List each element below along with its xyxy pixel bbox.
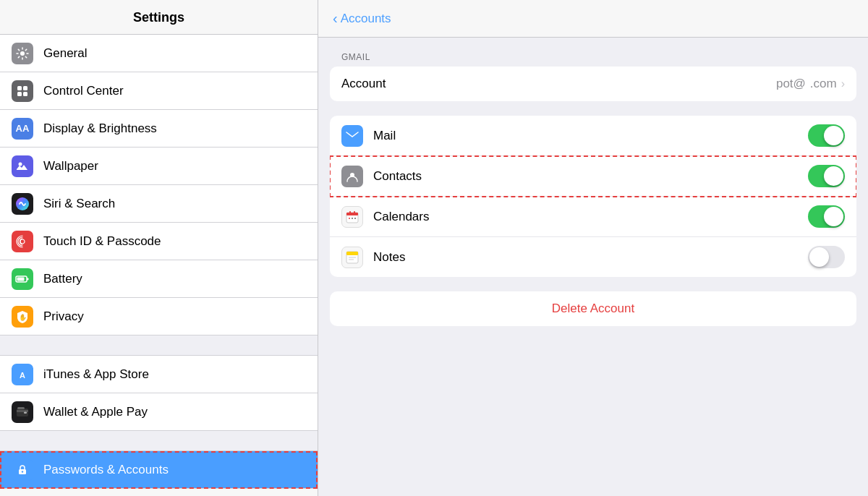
svg-rect-20 — [346, 131, 359, 141]
svg-point-28 — [354, 218, 356, 219]
sidebar-item-control-center[interactable]: Control Center — [0, 72, 318, 110]
back-button[interactable]: ‹ Accounts — [333, 10, 391, 27]
sidebar-item-privacy[interactable]: ✋ Privacy — [0, 298, 318, 335]
sidebar-item-general[interactable]: General — [0, 35, 318, 72]
calendars-row: Calendars — [330, 197, 856, 237]
notes-toggle[interactable] — [808, 246, 845, 268]
svg-rect-17 — [17, 407, 25, 409]
svg-rect-24 — [349, 211, 351, 214]
account-row-label: Account — [341, 77, 776, 91]
account-value-suffix: .com — [810, 77, 837, 91]
sidebar-item-control-label: Control Center — [43, 84, 124, 98]
passwords-icon — [12, 459, 33, 481]
svg-text:A: A — [20, 371, 25, 380]
sidebar-item-wallet-label: Wallet & Apple Pay — [43, 405, 148, 419]
mail-toggle[interactable] — [808, 124, 845, 147]
notes-row: Notes — [330, 237, 856, 277]
delete-account-button[interactable]: Delete Account — [330, 291, 856, 326]
svg-point-26 — [349, 218, 350, 219]
privacy-icon: ✋ — [12, 306, 33, 328]
svg-rect-10 — [17, 277, 25, 281]
sidebar-item-touchid-label: Touch ID & Passcode — [43, 234, 161, 249]
general-icon — [12, 43, 33, 64]
back-label: Accounts — [341, 12, 391, 26]
svg-text:✋: ✋ — [19, 313, 27, 322]
content-body: GMAIL Account pot@ .com › Mail — [318, 38, 868, 496]
contacts-toggle[interactable] — [808, 165, 845, 187]
sidebar-divider-2 — [0, 431, 318, 451]
sidebar-item-itunes[interactable]: A iTunes & App Store — [0, 356, 318, 393]
sidebar-item-siri[interactable]: Siri & Search — [0, 185, 318, 223]
content-header: ‹ Accounts — [318, 0, 868, 38]
siri-icon — [12, 193, 33, 215]
svg-point-0 — [20, 51, 25, 56]
touchid-icon — [12, 231, 33, 252]
sidebar-item-passwords-label: Passwords & Accounts — [43, 463, 169, 477]
contacts-label: Contacts — [373, 169, 808, 184]
sidebar-item-battery[interactable]: Battery — [0, 260, 318, 298]
svg-rect-2 — [23, 86, 27, 90]
svg-point-19 — [22, 471, 23, 472]
svg-point-27 — [352, 218, 353, 219]
svg-rect-3 — [17, 92, 22, 96]
sidebar-item-display[interactable]: AA Display & Brightness — [0, 110, 318, 147]
itunes-icon: A — [12, 364, 33, 385]
contacts-icon — [341, 166, 363, 187]
sidebar-item-battery-label: Battery — [43, 272, 82, 286]
account-chevron-icon: › — [841, 77, 845, 90]
contacts-row: Contacts — [330, 156, 856, 197]
wallet-icon — [12, 401, 33, 423]
sidebar-item-touchid[interactable]: Touch ID & Passcode — [0, 223, 318, 260]
svg-rect-9 — [27, 278, 29, 280]
display-icon: AA — [12, 118, 33, 140]
svg-rect-1 — [17, 86, 22, 90]
svg-rect-25 — [354, 211, 355, 214]
back-chevron-icon: ‹ — [333, 10, 338, 27]
svg-point-5 — [19, 162, 22, 166]
calendars-icon — [341, 206, 363, 228]
svg-rect-16 — [24, 411, 27, 414]
mail-icon — [341, 125, 363, 147]
battery-icon — [12, 268, 33, 290]
account-value-prefix: pot@ — [776, 77, 806, 91]
wallpaper-icon — [12, 155, 33, 177]
gmail-section-label: GMAIL — [330, 52, 856, 62]
sidebar-item-wallet[interactable]: Wallet & Apple Pay — [0, 393, 318, 431]
sidebar-item-privacy-label: Privacy — [43, 309, 84, 324]
sidebar-item-general-label: General — [43, 46, 87, 61]
notes-label: Notes — [373, 250, 808, 265]
sidebar-item-wallpaper[interactable]: Wallpaper — [0, 147, 318, 185]
sidebar-item-siri-label: Siri & Search — [43, 197, 115, 211]
sidebar-item-itunes-label: iTunes & App Store — [43, 367, 149, 382]
sidebar-item-wallpaper-label: Wallpaper — [43, 159, 98, 174]
mail-label: Mail — [373, 129, 808, 143]
svg-point-7 — [20, 239, 25, 244]
sidebar-item-display-label: Display & Brightness — [43, 121, 157, 136]
svg-rect-15 — [17, 410, 28, 412]
sidebar-item-passwords[interactable]: Passwords & Accounts — [0, 451, 318, 489]
account-row[interactable]: Account pot@ .com › — [330, 67, 856, 101]
calendars-toggle[interactable] — [808, 205, 845, 228]
mail-row: Mail — [330, 116, 856, 156]
content-panel: ‹ Accounts GMAIL Account pot@ .com › Mai… — [318, 0, 868, 496]
sidebar: Settings General Control Center AA Displ… — [0, 0, 318, 496]
svg-rect-23 — [346, 213, 358, 215]
sidebar-divider — [0, 335, 318, 356]
toggles-card: Mail Contacts — [330, 116, 856, 277]
sidebar-list: General Control Center AA Display & Brig… — [0, 35, 318, 496]
svg-rect-30 — [346, 252, 358, 255]
svg-rect-4 — [23, 92, 27, 96]
sidebar-title: Settings — [0, 0, 318, 35]
notes-icon — [341, 247, 363, 268]
account-card: Account pot@ .com › — [330, 67, 856, 101]
calendars-label: Calendars — [373, 210, 808, 224]
control-center-icon — [12, 80, 33, 102]
